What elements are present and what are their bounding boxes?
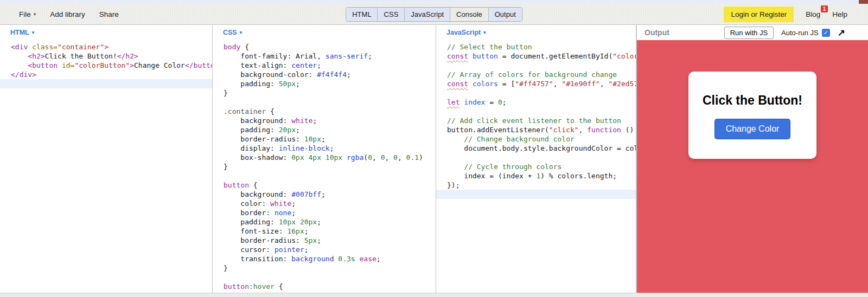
code-line[interactable]: cursor: pointer; xyxy=(213,245,436,254)
tab-output[interactable]: Output xyxy=(489,8,522,21)
code-line[interactable]: // Add click event listener to the butto… xyxy=(436,116,636,125)
code-line[interactable]: </div> xyxy=(0,70,212,79)
code-line[interactable] xyxy=(213,171,436,180)
code-line[interactable] xyxy=(0,79,212,88)
code-token xyxy=(468,80,473,88)
code-line[interactable]: box-shadow: 0px 4px 10px rgba(0, 0, 0, 0… xyxy=(213,153,436,162)
js-panel-title: JavaScript xyxy=(446,29,481,36)
code-line[interactable]: } xyxy=(213,162,436,171)
code-token: center xyxy=(291,61,317,69)
code-token xyxy=(468,52,473,60)
code-line[interactable]: text-align: center; xyxy=(213,61,436,70)
code-token: <button xyxy=(28,61,58,69)
code-token: 5px xyxy=(304,236,317,244)
expand-result-icon[interactable]: ↗ xyxy=(838,28,845,37)
file-menu[interactable]: File ▾ xyxy=(19,10,36,18)
code-token: = xyxy=(485,98,497,106)
js-panel-header[interactable]: JavaScript ▾ xyxy=(436,25,636,40)
code-line[interactable]: // Change background color xyxy=(436,134,636,144)
code-line[interactable]: let index = 0; xyxy=(436,98,636,107)
code-line[interactable]: padding: 50px; xyxy=(213,79,436,88)
code-line[interactable]: index = (index + 1) % colors.length; xyxy=(436,171,636,180)
code-line[interactable]: border-radius: 5px; xyxy=(213,236,436,245)
code-line[interactable]: color: white; xyxy=(213,199,436,208)
code-line[interactable]: } xyxy=(213,88,436,98)
code-line[interactable]: padding: 10px 20px; xyxy=(213,217,436,227)
code-line[interactable]: const colors = ["#ff4757", "#1e90ff", "#… xyxy=(436,79,636,88)
css-panel-header[interactable]: CSS ▾ xyxy=(213,25,436,40)
code-line[interactable]: button:hover { xyxy=(213,282,436,291)
code-token: button.addEventListener( xyxy=(447,126,549,134)
code-token: ; xyxy=(304,246,309,254)
code-token: background: xyxy=(224,117,291,125)
autorun-checkbox[interactable]: ✓ xyxy=(822,29,830,37)
code-token: 0 xyxy=(498,98,502,106)
code-line[interactable]: <button id="colorButton">Change Color</b… xyxy=(0,61,212,70)
code-token: { xyxy=(249,181,258,189)
code-token: background: xyxy=(224,292,291,293)
code-line[interactable]: } xyxy=(213,263,436,273)
code-token: ; xyxy=(321,135,326,143)
code-line[interactable]: display: inline-block; xyxy=(213,144,436,153)
blog-link[interactable]: Blog 1 xyxy=(806,10,820,18)
css-code-editor[interactable]: body { font-family: Arial, sans-serif; t… xyxy=(213,40,436,293)
output-frame: Click the Button! Change Color xyxy=(637,40,868,293)
blog-label: Blog xyxy=(806,10,820,18)
autorun-control: Auto-run JS ✓ xyxy=(781,29,830,37)
share-button[interactable]: Share xyxy=(99,10,119,18)
tab-console[interactable]: Console xyxy=(450,8,489,21)
code-line[interactable]: body { xyxy=(213,42,436,51)
code-line[interactable]: transition: background 0.3s ease; xyxy=(213,254,436,263)
code-line[interactable]: border: none; xyxy=(213,208,436,217)
html-code-editor[interactable]: <div class="container"> <h2>Click the Bu… xyxy=(0,40,212,293)
login-register-button[interactable]: Login or Register xyxy=(724,7,794,22)
code-line[interactable] xyxy=(436,88,636,98)
help-link[interactable]: Help xyxy=(832,10,847,18)
code-line[interactable]: // Select the button xyxy=(436,42,636,51)
code-line[interactable]: background: #007bff; xyxy=(213,190,436,199)
code-line[interactable]: button { xyxy=(213,180,436,190)
code-token xyxy=(447,135,464,143)
code-token: "colorButton" xyxy=(612,52,636,60)
change-color-button[interactable]: Change Color xyxy=(714,119,791,139)
tab-css[interactable]: CSS xyxy=(378,8,405,21)
code-token: } xyxy=(224,163,228,171)
code-token: ; xyxy=(321,190,326,198)
code-line[interactable] xyxy=(213,273,436,282)
code-line[interactable]: background: #0056b3; xyxy=(213,291,436,293)
code-line[interactable]: const button = document.getElementById("… xyxy=(436,51,636,61)
code-line[interactable] xyxy=(213,98,436,107)
code-line[interactable]: font-size: 16px; xyxy=(213,227,436,236)
code-token: 20px xyxy=(279,126,296,134)
code-line[interactable]: document.body.style.backgroundColor = co… xyxy=(436,144,636,153)
code-line[interactable]: <div class="container"> xyxy=(0,42,212,51)
code-line[interactable]: }); xyxy=(436,180,636,190)
add-library-button[interactable]: Add library xyxy=(50,10,85,18)
workspace: HTML ▾ <div class="container"> <h2>Click… xyxy=(0,25,868,293)
code-token: box-shadow: xyxy=(224,153,291,162)
code-line[interactable] xyxy=(436,153,636,162)
tab-html[interactable]: HTML xyxy=(346,8,378,21)
code-line[interactable]: background-color: #f4f4f4; xyxy=(213,70,436,79)
code-token: , xyxy=(372,153,381,162)
tab-javascript[interactable]: JavaScript xyxy=(405,8,450,21)
code-line[interactable]: // Cycle through colors xyxy=(436,162,636,171)
code-line[interactable]: border-radius: 10px; xyxy=(213,134,436,144)
code-line[interactable]: <h2>Click the Button!</h2> xyxy=(0,51,212,61)
code-token: { xyxy=(240,43,249,51)
code-line[interactable] xyxy=(436,61,636,70)
run-with-js-button[interactable]: Run with JS xyxy=(724,27,774,39)
code-token: } xyxy=(224,89,228,97)
js-code-editor[interactable]: // Select the buttonconst button = docum… xyxy=(436,40,636,293)
code-line[interactable]: .container { xyxy=(213,107,436,116)
file-menu-label: File xyxy=(19,10,31,18)
code-line[interactable] xyxy=(436,107,636,116)
code-line[interactable]: background: white; xyxy=(213,116,436,125)
code-line[interactable]: button.addEventListener("click", functio… xyxy=(436,125,636,134)
code-line[interactable]: // Array of colors for background change xyxy=(436,70,636,79)
code-token xyxy=(342,153,347,162)
code-line[interactable]: font-family: Arial, sans-serif; xyxy=(213,51,436,61)
code-line[interactable] xyxy=(436,190,636,199)
code-line[interactable]: padding: 20px; xyxy=(213,125,436,134)
html-panel-header[interactable]: HTML ▾ xyxy=(0,25,212,40)
